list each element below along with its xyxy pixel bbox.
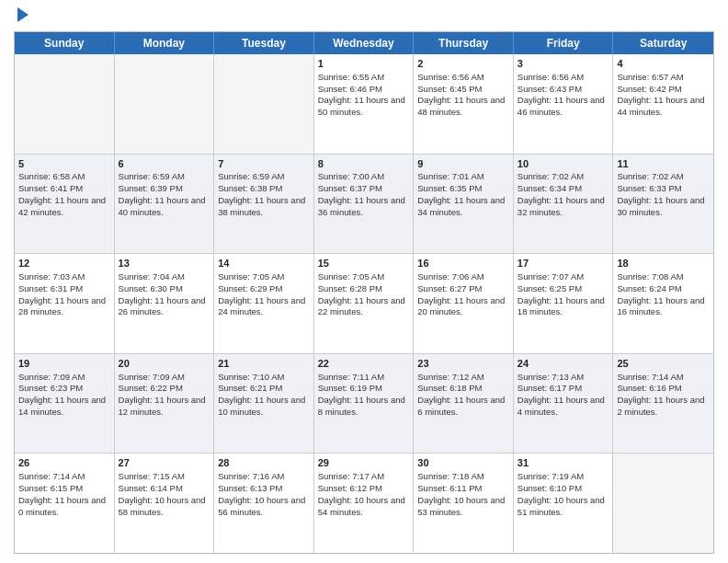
- daylight-text: Daylight: 10 hours and 56 minutes.: [218, 495, 305, 517]
- calendar-day-header: Saturday: [613, 32, 713, 54]
- day-number: 25: [617, 357, 710, 371]
- day-number: 15: [318, 257, 410, 270]
- calendar-cell: 11Sunrise: 7:02 AMSunset: 6:33 PMDayligh…: [613, 155, 713, 254]
- sunset-text: Sunset: 6:28 PM: [318, 283, 382, 293]
- logo-icon: [16, 6, 28, 24]
- calendar-cell: 1Sunrise: 6:55 AMSunset: 6:46 PMDaylight…: [314, 54, 415, 154]
- sunrise-text: Sunrise: 6:58 AM: [18, 171, 85, 181]
- daylight-text: Daylight: 11 hours and 8 minutes.: [318, 395, 405, 417]
- calendar: SundayMondayTuesdayWednesdayThursdayFrid…: [14, 31, 714, 554]
- daylight-text: Daylight: 11 hours and 34 minutes.: [417, 195, 505, 217]
- calendar-cell: 30Sunrise: 7:18 AMSunset: 6:11 PMDayligh…: [414, 454, 514, 553]
- calendar-cell: 18Sunrise: 7:08 AMSunset: 6:24 PMDayligh…: [613, 254, 713, 353]
- daylight-text: Daylight: 11 hours and 44 minutes.: [617, 95, 704, 117]
- calendar-row: 12Sunrise: 7:03 AMSunset: 6:31 PMDayligh…: [15, 253, 713, 353]
- svg-marker-0: [17, 7, 28, 22]
- calendar-cell: 15Sunrise: 7:05 AMSunset: 6:28 PMDayligh…: [314, 254, 415, 353]
- day-number: 5: [18, 157, 110, 171]
- daylight-text: Daylight: 11 hours and 32 minutes.: [518, 195, 605, 217]
- day-number: 10: [518, 157, 609, 171]
- day-number: 7: [218, 157, 310, 171]
- day-number: 24: [518, 357, 609, 371]
- calendar-day-header: Sunday: [15, 32, 115, 54]
- sunrise-text: Sunrise: 7:01 AM: [417, 171, 483, 181]
- calendar-row: 5Sunrise: 6:58 AMSunset: 6:41 PMDaylight…: [15, 154, 713, 254]
- daylight-text: Daylight: 11 hours and 42 minutes.: [18, 195, 106, 217]
- day-number: 11: [617, 157, 710, 171]
- sunrise-text: Sunrise: 6:57 AM: [617, 72, 683, 82]
- sunset-text: Sunset: 6:41 PM: [18, 183, 83, 193]
- sunrise-text: Sunrise: 7:14 AM: [18, 471, 85, 481]
- sunrise-text: Sunrise: 7:17 AM: [318, 471, 384, 481]
- calendar-cell: 22Sunrise: 7:11 AMSunset: 6:19 PMDayligh…: [314, 354, 415, 454]
- sunrise-text: Sunrise: 7:04 AM: [119, 271, 185, 282]
- sunrise-text: Sunrise: 7:05 AM: [318, 271, 384, 282]
- daylight-text: Daylight: 11 hours and 50 minutes.: [318, 95, 405, 117]
- daylight-text: Daylight: 11 hours and 38 minutes.: [218, 195, 305, 217]
- sunrise-text: Sunrise: 7:10 AM: [218, 372, 284, 382]
- daylight-text: Daylight: 11 hours and 48 minutes.: [417, 95, 505, 117]
- sunset-text: Sunset: 6:30 PM: [119, 283, 183, 293]
- calendar-day-header: Tuesday: [214, 32, 314, 54]
- calendar-cell: 16Sunrise: 7:06 AMSunset: 6:27 PMDayligh…: [414, 254, 514, 353]
- calendar-cell: [115, 54, 215, 154]
- calendar-cell: 21Sunrise: 7:10 AMSunset: 6:21 PMDayligh…: [214, 354, 314, 454]
- sunset-text: Sunset: 6:27 PM: [417, 283, 482, 293]
- calendar-cell: 31Sunrise: 7:19 AMSunset: 6:10 PMDayligh…: [514, 454, 614, 553]
- daylight-text: Daylight: 10 hours and 58 minutes.: [119, 495, 206, 517]
- day-number: 13: [119, 257, 210, 270]
- daylight-text: Daylight: 11 hours and 40 minutes.: [119, 195, 206, 217]
- sunrise-text: Sunrise: 7:00 AM: [318, 171, 384, 181]
- day-number: 30: [417, 456, 509, 470]
- sunset-text: Sunset: 6:31 PM: [18, 283, 83, 293]
- sunrise-text: Sunrise: 6:55 AM: [318, 72, 384, 82]
- calendar-cell: 25Sunrise: 7:14 AMSunset: 6:16 PMDayligh…: [613, 354, 713, 454]
- daylight-text: Daylight: 11 hours and 12 minutes.: [119, 395, 206, 417]
- calendar-cell: 20Sunrise: 7:09 AMSunset: 6:22 PMDayligh…: [115, 354, 215, 454]
- sunset-text: Sunset: 6:14 PM: [119, 483, 183, 493]
- day-number: 22: [318, 357, 410, 371]
- calendar-row: 1Sunrise: 6:55 AMSunset: 6:46 PMDaylight…: [15, 54, 713, 154]
- calendar-cell: 4Sunrise: 6:57 AMSunset: 6:42 PMDaylight…: [613, 54, 713, 154]
- sunset-text: Sunset: 6:38 PM: [218, 183, 282, 193]
- calendar-cell: 5Sunrise: 6:58 AMSunset: 6:41 PMDaylight…: [15, 155, 115, 254]
- sunrise-text: Sunrise: 7:06 AM: [417, 271, 483, 282]
- daylight-text: Daylight: 10 hours and 53 minutes.: [417, 495, 505, 517]
- daylight-text: Daylight: 11 hours and 24 minutes.: [218, 295, 305, 317]
- sunset-text: Sunset: 6:37 PM: [318, 183, 382, 193]
- daylight-text: Daylight: 11 hours and 16 minutes.: [617, 295, 704, 317]
- daylight-text: Daylight: 10 hours and 54 minutes.: [318, 495, 405, 517]
- calendar-cell: 28Sunrise: 7:16 AMSunset: 6:13 PMDayligh…: [214, 454, 314, 553]
- sunrise-text: Sunrise: 6:59 AM: [119, 171, 185, 181]
- sunset-text: Sunset: 6:18 PM: [417, 383, 482, 393]
- calendar-cell: 23Sunrise: 7:12 AMSunset: 6:18 PMDayligh…: [414, 354, 514, 454]
- sunrise-text: Sunrise: 7:12 AM: [417, 372, 483, 382]
- daylight-text: Daylight: 11 hours and 30 minutes.: [617, 195, 704, 217]
- sunrise-text: Sunrise: 7:13 AM: [518, 372, 584, 382]
- sunrise-text: Sunrise: 7:14 AM: [617, 372, 683, 382]
- calendar-cell: 2Sunrise: 6:56 AMSunset: 6:45 PMDaylight…: [414, 54, 514, 154]
- sunrise-text: Sunrise: 7:11 AM: [318, 372, 384, 382]
- day-number: 14: [218, 257, 310, 270]
- calendar-cell: 26Sunrise: 7:14 AMSunset: 6:15 PMDayligh…: [15, 454, 115, 553]
- daylight-text: Daylight: 11 hours and 14 minutes.: [18, 395, 106, 417]
- sunset-text: Sunset: 6:10 PM: [518, 483, 582, 493]
- day-number: 31: [518, 456, 609, 470]
- calendar-cell: 24Sunrise: 7:13 AMSunset: 6:17 PMDayligh…: [514, 354, 614, 454]
- daylight-text: Daylight: 11 hours and 28 minutes.: [18, 295, 106, 317]
- day-number: 3: [518, 57, 609, 71]
- sunrise-text: Sunrise: 6:56 AM: [417, 72, 483, 82]
- day-number: 2: [417, 57, 509, 71]
- calendar-day-header: Friday: [514, 32, 614, 54]
- calendar-cell: [15, 54, 115, 154]
- sunset-text: Sunset: 6:25 PM: [518, 283, 582, 293]
- day-number: 16: [417, 257, 509, 270]
- sunrise-text: Sunrise: 7:02 AM: [617, 171, 683, 181]
- calendar-cell: 9Sunrise: 7:01 AMSunset: 6:35 PMDaylight…: [414, 155, 514, 254]
- calendar-cell: 10Sunrise: 7:02 AMSunset: 6:34 PMDayligh…: [514, 155, 614, 254]
- sunrise-text: Sunrise: 6:56 AM: [518, 72, 584, 82]
- daylight-text: Daylight: 11 hours and 18 minutes.: [518, 295, 605, 317]
- sunrise-text: Sunrise: 7:07 AM: [518, 271, 584, 282]
- daylight-text: Daylight: 11 hours and 46 minutes.: [518, 95, 605, 117]
- day-number: 9: [417, 157, 509, 171]
